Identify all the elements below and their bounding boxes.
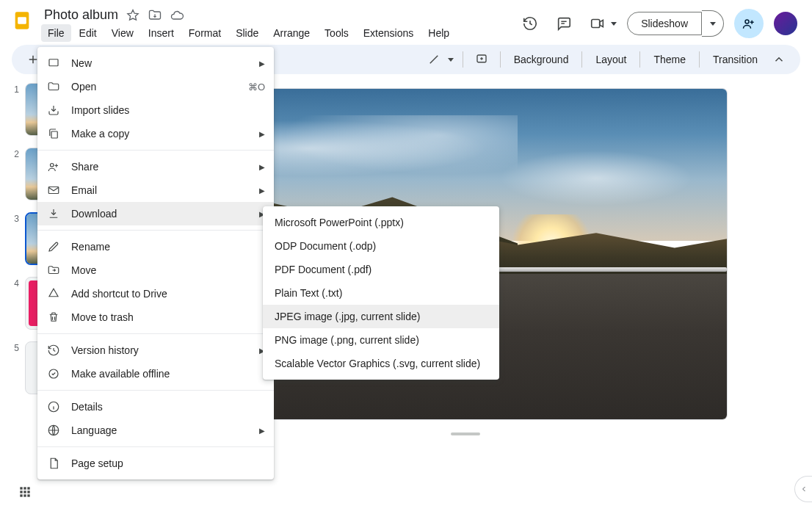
menu-offline[interactable]: Make available offline bbox=[37, 362, 274, 386]
transition-button[interactable]: Transition bbox=[706, 54, 765, 65]
svg-rect-17 bbox=[48, 187, 59, 194]
speaker-notes-grip[interactable] bbox=[451, 432, 480, 435]
meet-icon[interactable] bbox=[586, 12, 609, 35]
submenu-arrow-icon: ▶ bbox=[259, 187, 265, 195]
svg-rect-1 bbox=[18, 17, 26, 23]
svg-rect-11 bbox=[20, 494, 22, 496]
submenu-arrow-icon: ▶ bbox=[259, 163, 265, 171]
download-odp[interactable]: ODP Document (.odp) bbox=[263, 234, 499, 258]
svg-point-16 bbox=[51, 164, 54, 167]
menu-email[interactable]: Email▶ bbox=[37, 178, 274, 202]
slideshow-button[interactable]: Slideshow bbox=[627, 12, 702, 35]
line-caret[interactable] bbox=[448, 58, 454, 62]
menubar-help[interactable]: Help bbox=[421, 24, 456, 42]
menu-rename[interactable]: Rename bbox=[37, 235, 274, 258]
menubar-view[interactable]: View bbox=[105, 24, 140, 42]
menu-page-setup[interactable]: Page setup bbox=[37, 452, 274, 475]
submenu-arrow-icon: ▶ bbox=[259, 59, 265, 68]
file-menu: New▶ Open⌘O Import slides Make a copy▶ S… bbox=[37, 47, 274, 479]
copy-icon bbox=[46, 126, 61, 141]
menubar-insert[interactable]: Insert bbox=[142, 24, 181, 42]
menubar-edit[interactable]: Edit bbox=[73, 24, 104, 42]
info-icon bbox=[46, 399, 61, 414]
move-folder-icon[interactable] bbox=[148, 8, 162, 23]
import-icon bbox=[46, 103, 61, 117]
menu-language[interactable]: Language▶ bbox=[37, 419, 274, 442]
download-svg[interactable]: Scalable Vector Graphics (.svg, current … bbox=[263, 352, 499, 375]
submenu-arrow-icon: ▶ bbox=[259, 130, 265, 138]
document-title[interactable]: Photo album bbox=[44, 7, 118, 23]
menu-move[interactable]: Move bbox=[37, 258, 274, 282]
menu-copy[interactable]: Make a copy▶ bbox=[37, 122, 274, 145]
history-icon bbox=[46, 343, 61, 358]
meet-caret-icon[interactable] bbox=[611, 22, 617, 26]
comments-icon[interactable] bbox=[552, 12, 576, 35]
new-icon bbox=[46, 56, 61, 70]
menubar-extensions[interactable]: Extensions bbox=[357, 24, 420, 42]
menubar-tools[interactable]: Tools bbox=[318, 24, 355, 42]
account-avatar[interactable] bbox=[774, 12, 797, 35]
slides-logo[interactable] bbox=[9, 7, 35, 34]
globe-icon bbox=[46, 423, 61, 438]
rename-icon bbox=[46, 239, 61, 254]
menu-trash[interactable]: Move to trash bbox=[37, 305, 274, 329]
cloud-status-icon[interactable] bbox=[170, 8, 184, 23]
header: Photo album File Edit View Insert Format… bbox=[0, 0, 812, 45]
line-tool[interactable] bbox=[421, 49, 446, 70]
menu-details[interactable]: Details bbox=[37, 395, 274, 419]
menu-version-history[interactable]: Version history▶ bbox=[37, 339, 274, 362]
menu-download[interactable]: Download▶ bbox=[37, 202, 274, 225]
share-icon bbox=[46, 159, 61, 174]
grid-view-button[interactable] bbox=[18, 485, 35, 502]
svg-rect-5 bbox=[20, 487, 22, 489]
menu-add-shortcut[interactable]: Add shortcut to Drive bbox=[37, 282, 274, 305]
menu-open[interactable]: Open⌘O bbox=[37, 75, 274, 98]
offline-icon bbox=[46, 366, 61, 381]
download-icon bbox=[46, 206, 61, 221]
svg-rect-8 bbox=[20, 491, 22, 493]
toolbar-collapse-icon[interactable] bbox=[766, 49, 791, 70]
menubar-format[interactable]: Format bbox=[182, 24, 228, 42]
menu-share[interactable]: Share▶ bbox=[37, 155, 274, 178]
drive-shortcut-icon bbox=[46, 286, 61, 301]
move-icon bbox=[46, 263, 61, 278]
menubar-slide[interactable]: Slide bbox=[229, 24, 265, 42]
svg-rect-13 bbox=[27, 494, 29, 496]
download-jpg[interactable]: JPEG image (.jpg, current slide) bbox=[263, 305, 499, 328]
layout-button[interactable]: Layout bbox=[588, 54, 634, 65]
theme-button[interactable]: Theme bbox=[646, 54, 693, 65]
background-button[interactable]: Background bbox=[507, 54, 576, 65]
share-button[interactable] bbox=[734, 9, 764, 38]
svg-rect-2 bbox=[592, 20, 600, 28]
email-icon bbox=[46, 183, 61, 198]
history-icon[interactable] bbox=[518, 12, 542, 35]
title-area: Photo album File Edit View Insert Format… bbox=[41, 6, 512, 45]
slideshow-dropdown[interactable] bbox=[702, 10, 724, 37]
page-icon bbox=[46, 456, 61, 471]
svg-rect-9 bbox=[23, 491, 26, 493]
menu-new[interactable]: New▶ bbox=[37, 51, 274, 75]
svg-rect-14 bbox=[49, 59, 58, 66]
slideshow-group: Slideshow bbox=[627, 10, 724, 37]
svg-rect-15 bbox=[51, 131, 57, 138]
comment-add-button[interactable] bbox=[469, 49, 494, 70]
menu-import[interactable]: Import slides bbox=[37, 98, 274, 122]
star-icon[interactable] bbox=[126, 8, 140, 23]
download-pdf[interactable]: PDF Document (.pdf) bbox=[263, 258, 499, 281]
svg-rect-10 bbox=[27, 491, 29, 493]
download-txt[interactable]: Plain Text (.txt) bbox=[263, 281, 499, 305]
menubar: File Edit View Insert Format Slide Arran… bbox=[41, 23, 512, 45]
download-png[interactable]: PNG image (.png, current slide) bbox=[263, 328, 499, 352]
header-actions: Slideshow bbox=[518, 9, 803, 38]
folder-icon bbox=[46, 79, 61, 94]
svg-rect-7 bbox=[27, 487, 29, 489]
svg-rect-12 bbox=[23, 494, 26, 496]
menubar-file[interactable]: File bbox=[41, 24, 71, 42]
menubar-arrange[interactable]: Arrange bbox=[267, 24, 316, 42]
submenu-arrow-icon: ▶ bbox=[259, 427, 265, 435]
svg-point-3 bbox=[745, 20, 749, 23]
download-pptx[interactable]: Microsoft PowerPoint (.pptx) bbox=[263, 211, 499, 234]
svg-rect-6 bbox=[23, 487, 26, 489]
download-submenu: Microsoft PowerPoint (.pptx) ODP Documen… bbox=[263, 206, 499, 380]
trash-icon bbox=[46, 310, 61, 325]
